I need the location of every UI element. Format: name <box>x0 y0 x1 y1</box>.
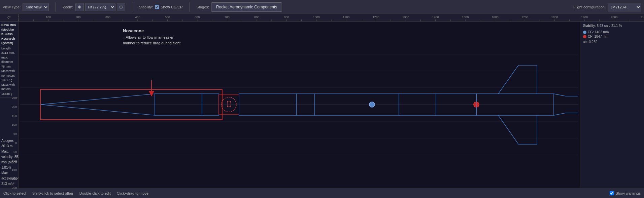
status-bar: Click to select Shift+click to select ot… <box>0 188 644 198</box>
cg-dot-icon <box>583 31 586 34</box>
rocket-name: Nova MK6 (Modular K-Class Research Syste… <box>1 23 17 46</box>
cp-dot-icon <box>583 35 586 38</box>
show-warnings-checkbox[interactable] <box>610 191 614 195</box>
canvas-area[interactable]: Nosecone – Allows air to flow in an easi… <box>19 22 580 188</box>
zoom-group: Zoom: ⊕ Fit (22.2%) ⊙ <box>63 3 125 11</box>
view-type-select[interactable]: Side view <box>23 3 49 11</box>
show-warnings-group: Show warnings <box>610 191 641 195</box>
y-label: 150 <box>12 114 17 118</box>
view-type-label: View Type: <box>3 5 21 9</box>
apogee-row: Apogee: 3613 m <box>1 138 21 149</box>
performance-info: Apogee: 3613 m Max. velocity: 353 m/s (M… <box>1 138 21 187</box>
zoom-reset-button[interactable]: ⊙ <box>117 3 125 11</box>
zoom-select[interactable]: Fit (22.2%) <box>85 3 115 11</box>
svg-line-21 <box>554 113 566 115</box>
zoom-fit-button[interactable]: ⊕ <box>75 3 84 11</box>
atr-label: atr=0.259 <box>583 40 641 44</box>
left-panel: Nova MK6 (Modular K-Class Research Syste… <box>0 22 19 188</box>
ruler-canvas <box>19 14 644 21</box>
cg-legend-row: CG: 1402 mm <box>583 30 641 34</box>
y-label: 250 <box>12 96 17 100</box>
stages-group: Stages: Rocket Aerodynamic Components <box>197 2 282 12</box>
rocket-mass-no-motors: Mass with no motors 13217 g <box>1 69 17 83</box>
stability-group: Stability: Show CG/CP <box>139 5 183 9</box>
stages-label: Stages: <box>197 5 209 9</box>
show-cgcp-checkbox[interactable] <box>155 5 159 9</box>
flight-config-label: Flight configuration: <box>573 5 606 9</box>
right-panel: Stability: 5.93 cal / 21.1 % CG: 1402 mm… <box>580 22 644 188</box>
acceleration-label: Max. acceleration: <box>1 171 21 180</box>
acceleration-row: Max. acceleration: 213 m/s² <box>1 170 21 187</box>
sep-1 <box>56 2 56 12</box>
flight-config-select[interactable]: [M2123-P] <box>608 3 641 11</box>
show-cgcp-group: Show CG/CP <box>155 5 182 9</box>
stability-label: Stability: <box>139 5 153 9</box>
velocity-row: Max. velocity: 353 m/s (Mach 1.014) <box>1 149 21 170</box>
svg-line-20 <box>554 94 566 96</box>
cp-label: CP: 1847 mm <box>588 35 608 38</box>
hint-shift-click: Shift+click to select other <box>32 191 73 195</box>
hint-double-click: Double-click to edit <box>79 191 111 195</box>
cg-label: CG: 1402 mm <box>588 30 609 34</box>
ruler-scale <box>19 14 644 21</box>
show-warnings-label: Show warnings <box>615 191 641 195</box>
flight-config-group: Flight configuration: [M2123-P] <box>573 3 641 11</box>
velocity-label: Max. velocity: <box>1 150 13 159</box>
show-cgcp-label: Show CG/CP <box>161 5 182 9</box>
y-label: 100 <box>12 123 17 126</box>
ruler-zero-label: 0° <box>0 14 19 21</box>
view-type-group: View Type: Side view <box>3 3 49 11</box>
main-toolbar: View Type: Side view Zoom: ⊕ Fit (22.2%)… <box>0 0 644 14</box>
acceleration-value: 213 m/s² <box>1 182 14 186</box>
hint-drag: Click+drag to move <box>117 191 148 195</box>
y-label: 50 <box>13 132 17 135</box>
main-area: Nova MK6 (Modular K-Class Research Syste… <box>0 22 644 188</box>
zoom-label: Zoom: <box>63 5 73 9</box>
rocket-mass-with-motors: Mass with motors 16688 g <box>1 83 17 96</box>
cp-legend-row: CP: 1847 mm <box>583 35 641 38</box>
rocket-info: Nova MK6 (Modular K-Class Research Syste… <box>0 22 18 98</box>
sep-3 <box>190 2 190 12</box>
status-hints: Click to select Shift+click to select ot… <box>3 191 148 195</box>
y-label: 200 <box>12 105 17 109</box>
stages-button[interactable]: Rocket Aerodynamic Components <box>211 2 282 12</box>
rocket-length: Length 2113 mm, max. diameter 75 mm <box>1 46 17 69</box>
ruler-row: 0° <box>0 14 644 22</box>
apogee-value: 3613 m <box>1 144 12 148</box>
sep-2 <box>132 2 132 12</box>
stability-value: Stability: 5.93 cal / 21.1 % <box>583 24 641 28</box>
rocket-diagram <box>19 22 580 188</box>
apogee-label: Apogee: <box>1 139 14 143</box>
svg-point-15 <box>369 102 375 107</box>
y-label: -250 <box>11 186 17 190</box>
hint-click: Click to select <box>3 191 26 195</box>
